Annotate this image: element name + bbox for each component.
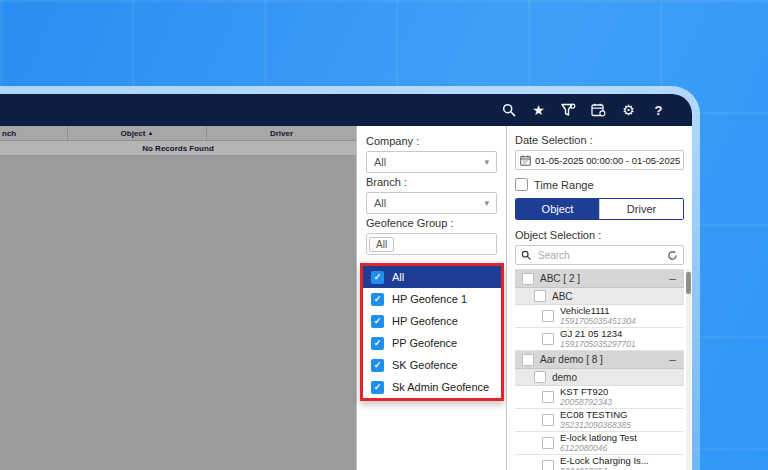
tree-vehicle-row[interactable]: Vehicle1111 1591705035451304	[515, 305, 684, 328]
checkbox-checked-icon[interactable]: ✓	[371, 271, 384, 284]
tree-scrollbar[interactable]	[686, 269, 691, 470]
tree-subgroup-row[interactable]: demo	[515, 369, 684, 386]
window-content: nch Object ▲ Driver No Records Found Com…	[0, 126, 692, 470]
checkbox-unchecked-icon[interactable]	[542, 414, 554, 426]
app-window-frame: ★ ⚙ ? nch Object ▲ Driver	[0, 86, 700, 470]
checkbox-checked-icon[interactable]: ✓	[371, 315, 384, 328]
date-selection-label: Date Selection :	[515, 134, 684, 146]
geofence-option[interactable]: ✓ Sk Admin Geofence	[363, 376, 501, 398]
date-range-value: 01-05-2025 00:00:00 - 01-05-2025 13:41	[535, 155, 684, 166]
app-window: ★ ⚙ ? nch Object ▲ Driver	[0, 94, 692, 470]
branch-label: Branch :	[366, 176, 497, 188]
search-icon	[521, 250, 531, 260]
geofence-option[interactable]: ✓ HP Geofence	[363, 310, 501, 332]
branch-select[interactable]: All ▾	[366, 192, 497, 214]
geofence-option[interactable]: ✓ PP Geofence	[363, 332, 501, 354]
object-tree: ABC [ 2 ] – ABC Vehicle1111 159170503545…	[515, 269, 684, 470]
tree-vehicle-row[interactable]: GJ 21 05 1234 1591705035297701	[515, 328, 684, 351]
checkbox-unchecked-icon[interactable]	[534, 371, 546, 383]
column-header-driver[interactable]: Driver	[207, 126, 356, 140]
collapse-minus-icon[interactable]: –	[669, 273, 676, 285]
geofence-option[interactable]: ✓ All	[363, 266, 501, 288]
sort-asc-icon: ▲	[147, 130, 153, 136]
vehicle-code: 20058792343	[560, 398, 612, 407]
geofence-option-label: PP Geofence	[392, 337, 457, 349]
tree-vehicle-row[interactable]: KST FT920 20058792343	[515, 386, 684, 409]
time-range-label: Time Range	[534, 179, 594, 191]
collapse-minus-icon[interactable]: –	[669, 354, 676, 366]
checkbox-unchecked-icon[interactable]	[542, 310, 554, 322]
table-header-row: nch Object ▲ Driver	[0, 126, 356, 141]
object-search-box	[515, 245, 684, 265]
help-icon[interactable]: ?	[651, 103, 666, 118]
vehicle-code: 1591705035297701	[560, 340, 636, 349]
chevron-down-icon: ▾	[484, 198, 489, 208]
company-select-value: All	[374, 156, 386, 168]
checkbox-unchecked-icon[interactable]	[522, 354, 534, 366]
refresh-icon[interactable]	[667, 250, 678, 261]
vehicle-name: EC08 TESTING	[560, 410, 631, 420]
scrollbar-thumb[interactable]	[686, 272, 691, 294]
checkbox-unchecked-icon[interactable]	[522, 273, 534, 285]
geofence-option[interactable]: ✓ HP Geofence 1	[363, 288, 501, 310]
chevron-down-icon: ▾	[484, 157, 489, 167]
date-range-input[interactable]: 01-05-2025 00:00:00 - 01-05-2025 13:41	[515, 150, 684, 170]
no-records-row: No Records Found	[0, 141, 356, 156]
column-header-object[interactable]: Object ▲	[68, 126, 207, 140]
tree-group-label: ABC [ 2 ]	[540, 273, 580, 284]
vehicle-name: E-lock latlong Test	[560, 433, 637, 443]
geofence-group-input[interactable]: All	[366, 233, 497, 255]
vehicle-name: E-Lock Charging Is...	[560, 456, 649, 466]
vehicle-code: 352312090368385	[560, 421, 631, 430]
vehicle-name: Vehicle1111	[560, 306, 636, 316]
filter-icon[interactable]	[561, 103, 576, 118]
tree-vehicle-row[interactable]: E-Lock Charging Is... 8024060254	[515, 455, 684, 470]
calendar-icon	[520, 155, 531, 166]
checkbox-unchecked-icon[interactable]	[542, 460, 554, 470]
tree-subgroup-label: ABC	[552, 291, 573, 302]
geofence-option-label: All	[392, 271, 404, 283]
tree-vehicle-row[interactable]: EC08 TESTING 352312090368385	[515, 409, 684, 432]
checkbox-checked-icon[interactable]: ✓	[371, 293, 384, 306]
search-icon[interactable]	[501, 103, 516, 118]
titlebar: ★ ⚙ ?	[0, 94, 692, 126]
checkbox-checked-icon[interactable]: ✓	[371, 359, 384, 372]
time-range-checkbox[interactable]: Time Range	[515, 178, 684, 191]
tree-subgroup-row[interactable]: ABC	[515, 288, 684, 305]
geofence-option-label: Sk Admin Geofence	[392, 381, 489, 393]
geofence-group-chip[interactable]: All	[369, 237, 394, 252]
star-icon[interactable]: ★	[531, 103, 546, 118]
checkbox-checked-icon[interactable]: ✓	[371, 337, 384, 350]
geofence-option-label: HP Geofence 1	[392, 293, 467, 305]
vehicle-name: KST FT920	[560, 387, 612, 397]
object-search-input[interactable]	[536, 249, 662, 262]
tree-group-row[interactable]: ABC [ 2 ] –	[515, 270, 684, 288]
checkbox-unchecked-icon[interactable]	[542, 437, 554, 449]
checkbox-checked-icon[interactable]: ✓	[371, 381, 384, 394]
branch-select-value: All	[374, 197, 386, 209]
tab-driver[interactable]: Driver	[599, 199, 683, 219]
table-empty-area	[0, 156, 356, 470]
company-select[interactable]: All ▾	[366, 151, 497, 173]
tree-group-row[interactable]: Aar demo [ 8 ] –	[515, 351, 684, 369]
checkbox-unchecked-icon[interactable]	[542, 391, 554, 403]
geofence-option-label: SK Geofence	[392, 359, 457, 371]
settings-gear-icon[interactable]: ⚙	[621, 103, 636, 118]
vehicle-code: 6122080046	[560, 444, 637, 453]
tree-subgroup-label: demo	[552, 372, 577, 383]
object-driver-tabs: Object Driver	[515, 198, 684, 220]
checkbox-unchecked-icon[interactable]	[534, 290, 546, 302]
tab-object[interactable]: Object	[516, 199, 599, 219]
geofence-option[interactable]: ✓ SK Geofence	[363, 354, 501, 376]
vehicle-name: GJ 21 05 1234	[560, 329, 636, 339]
filter-panel: Company : All ▾ Branch : All ▾ Geofence …	[356, 126, 506, 470]
column-header-branch[interactable]: nch	[0, 126, 68, 140]
object-selection-label: Object Selection :	[515, 229, 684, 241]
vehicle-code: 8024060254	[560, 467, 649, 470]
tree-vehicle-row[interactable]: E-lock latlong Test 6122080046	[515, 432, 684, 455]
checkbox-unchecked-icon[interactable]	[515, 178, 528, 191]
checkbox-unchecked-icon[interactable]	[542, 333, 554, 345]
company-label: Company :	[366, 135, 497, 147]
geofence-option-label: HP Geofence	[392, 315, 458, 327]
schedule-report-icon[interactable]	[591, 103, 606, 118]
